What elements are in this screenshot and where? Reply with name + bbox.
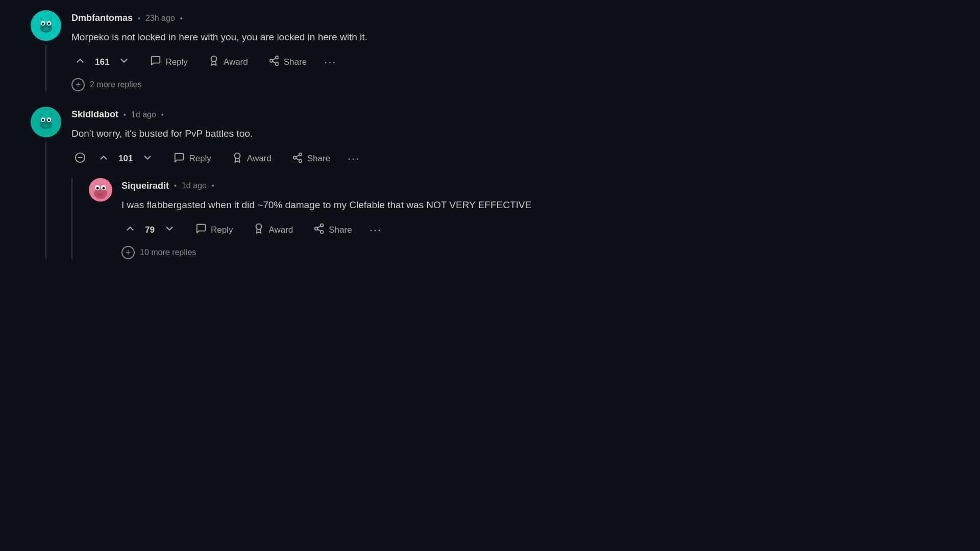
share-icon-2 bbox=[292, 152, 303, 166]
username-skididabot: Skididabot bbox=[71, 109, 118, 120]
award-button-1[interactable]: Award bbox=[205, 53, 251, 71]
upvote-icon-1 bbox=[75, 55, 86, 69]
svg-point-17 bbox=[42, 119, 44, 121]
upvote-icon-2 bbox=[98, 152, 109, 166]
svg-point-18 bbox=[48, 119, 50, 121]
reply-1-content: Siqueiradit • 1d ago • I was flabbergast… bbox=[121, 178, 684, 259]
comment-2-left bbox=[31, 107, 61, 259]
downvote-button-reply-1[interactable] bbox=[161, 221, 178, 239]
svg-line-39 bbox=[317, 230, 321, 232]
reply-icon-1 bbox=[150, 55, 161, 69]
reply-1-text: I was flabbergasted when it did ~70% dam… bbox=[121, 197, 684, 213]
reply-1-header: Siqueiradit • 1d ago • bbox=[121, 181, 684, 191]
vote-count-1: 161 bbox=[95, 57, 109, 67]
avatar-dmbfantomas bbox=[31, 10, 61, 41]
more-replies-1[interactable]: + 2 more replies bbox=[71, 78, 684, 91]
avatar-skididabot bbox=[31, 107, 61, 137]
comments-container: Dmbfantomas • 23h ago • Morpeko is not l… bbox=[0, 0, 715, 285]
reply-comment-1: Siqueiradit • 1d ago • I was flabbergast… bbox=[88, 178, 684, 259]
comment-2: Skididabot • 1d ago • Don't worry, it's … bbox=[31, 107, 684, 259]
svg-line-40 bbox=[317, 226, 321, 228]
award-icon-1 bbox=[208, 55, 219, 69]
share-button-reply-1[interactable]: Share bbox=[310, 221, 355, 239]
avatar-siqueiradit bbox=[89, 178, 112, 202]
more-replies-icon-1: + bbox=[71, 78, 85, 91]
reply-icon-reply-1 bbox=[195, 223, 207, 237]
upvote-button-1[interactable] bbox=[71, 53, 89, 71]
collapse-icon-2 bbox=[75, 152, 86, 166]
svg-point-6 bbox=[43, 28, 49, 31]
svg-point-34 bbox=[97, 193, 104, 196]
vote-group-1: 161 bbox=[71, 53, 133, 71]
svg-line-11 bbox=[273, 62, 276, 64]
comment-2-text: Don't worry, it's busted for PvP battles… bbox=[71, 126, 684, 141]
award-button-reply-1[interactable]: Award bbox=[250, 221, 296, 239]
username-dmbfantomas: Dmbfantomas bbox=[71, 13, 133, 23]
vote-count-reply-1: 79 bbox=[145, 225, 155, 235]
more-replies-reply-1[interactable]: + 10 more replies bbox=[121, 246, 684, 259]
share-label-reply-1: Share bbox=[329, 225, 352, 235]
svg-line-27 bbox=[296, 155, 299, 157]
svg-point-32 bbox=[96, 187, 99, 189]
more-button-2[interactable]: ··· bbox=[348, 152, 360, 165]
award-button-2[interactable]: Award bbox=[229, 150, 275, 168]
svg-line-12 bbox=[273, 58, 276, 60]
vote-count-2: 101 bbox=[118, 154, 133, 164]
svg-point-19 bbox=[43, 124, 49, 128]
reply-button-2[interactable]: Reply bbox=[170, 150, 214, 168]
share-label-1: Share bbox=[284, 57, 307, 67]
vote-group-2: 101 bbox=[71, 150, 156, 168]
timestamp-1: 23h ago bbox=[145, 14, 175, 23]
share-label-2: Share bbox=[307, 154, 330, 164]
svg-point-33 bbox=[103, 187, 105, 189]
comment-1-header: Dmbfantomas • 23h ago • bbox=[71, 13, 684, 23]
more-button-1[interactable]: ··· bbox=[324, 56, 336, 69]
share-button-2[interactable]: Share bbox=[289, 150, 333, 168]
reply-thread-1: Siqueiradit • 1d ago • I was flabbergast… bbox=[71, 178, 684, 259]
downvote-icon-2 bbox=[142, 152, 153, 166]
more-button-reply-1[interactable]: ··· bbox=[370, 223, 382, 237]
downvote-icon-1 bbox=[118, 55, 130, 69]
reply-icon-2 bbox=[174, 152, 185, 166]
timestamp-2: 1d ago bbox=[131, 110, 156, 119]
award-label-2: Award bbox=[247, 154, 272, 164]
thread-line-2 bbox=[45, 141, 46, 259]
award-label-reply-1: Award bbox=[268, 225, 293, 235]
comment-1-content: Dmbfantomas • 23h ago • Morpeko is not l… bbox=[71, 10, 684, 91]
action-bar-2: 101 Reply bbox=[71, 150, 684, 168]
share-icon-reply-1 bbox=[313, 223, 325, 237]
comment-1: Dmbfantomas • 23h ago • Morpeko is not l… bbox=[31, 10, 684, 91]
thread-line-1 bbox=[45, 45, 46, 91]
share-button-1[interactable]: Share bbox=[265, 53, 310, 71]
award-label-1: Award bbox=[224, 57, 248, 67]
vote-group-reply-1: 79 bbox=[121, 221, 178, 239]
downvote-button-1[interactable] bbox=[115, 53, 133, 71]
award-icon-2 bbox=[232, 152, 243, 166]
comment-1-text: Morpeko is not locked in here with you, … bbox=[71, 30, 684, 45]
reply-label-reply-1: Reply bbox=[211, 225, 233, 235]
comment-1-left bbox=[31, 10, 61, 91]
reply-button-reply-1[interactable]: Reply bbox=[192, 221, 236, 239]
reply-1-left bbox=[88, 178, 113, 259]
share-icon-1 bbox=[268, 55, 280, 69]
upvote-button-2[interactable] bbox=[95, 150, 112, 168]
reply-label-1: Reply bbox=[165, 57, 187, 67]
more-replies-icon-reply-1: + bbox=[121, 246, 135, 259]
action-bar-reply-1: 79 bbox=[121, 221, 684, 239]
svg-line-26 bbox=[296, 158, 299, 160]
upvote-button-reply-1[interactable] bbox=[121, 221, 139, 239]
award-icon-reply-1 bbox=[253, 223, 264, 237]
downvote-button-2[interactable] bbox=[139, 150, 156, 168]
downvote-icon-reply-1 bbox=[164, 223, 175, 237]
comment-2-header: Skididabot • 1d ago • bbox=[71, 109, 684, 120]
action-bar-1: 161 Reply bbox=[71, 53, 684, 71]
more-replies-label-1: 2 more replies bbox=[90, 80, 141, 89]
comment-2-content: Skididabot • 1d ago • Don't worry, it's … bbox=[71, 107, 684, 259]
more-replies-label-reply-1: 10 more replies bbox=[140, 248, 196, 257]
timestamp-reply-1: 1d ago bbox=[182, 181, 207, 190]
svg-point-4 bbox=[42, 22, 44, 24]
collapse-button-2[interactable] bbox=[71, 150, 89, 168]
reply-label-2: Reply bbox=[189, 154, 211, 164]
reply-button-1[interactable]: Reply bbox=[147, 53, 190, 71]
svg-point-5 bbox=[48, 22, 50, 24]
